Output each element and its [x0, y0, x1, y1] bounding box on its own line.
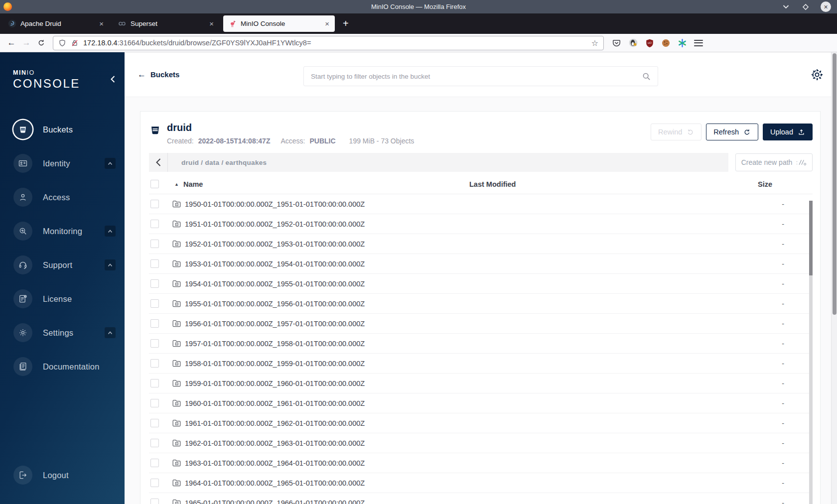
table-row[interactable]: 1964-01-01T00:00:00.000Z_1965-01-01T00:0…	[149, 473, 813, 493]
row-checkbox[interactable]	[150, 279, 159, 288]
row-checkbox[interactable]	[150, 419, 159, 427]
object-name[interactable]: 1951-01-01T00:00:00.000Z_1952-01-01T00:0…	[185, 220, 365, 228]
cookie-icon[interactable]	[661, 38, 671, 48]
column-header-last-modified[interactable]: Last Modified	[469, 180, 516, 188]
row-checkbox[interactable]	[150, 339, 159, 348]
pocket-icon[interactable]	[612, 38, 621, 48]
forward-button[interactable]: →	[19, 36, 34, 50]
object-name[interactable]: 1964-01-01T00:00:00.000Z_1965-01-01T00:0…	[185, 479, 365, 487]
table-row[interactable]: 1961-01-01T00:00:00.000Z_1962-01-01T00:0…	[149, 413, 813, 433]
lock-insecure-icon[interactable]	[71, 39, 79, 47]
object-name[interactable]: 1955-01-01T00:00:00.000Z_1956-01-01T00:0…	[185, 300, 365, 308]
row-checkbox[interactable]	[150, 459, 159, 467]
chevron-up-icon[interactable]	[105, 226, 116, 237]
window-minimize-chevron-icon[interactable]	[781, 2, 791, 12]
table-row[interactable]: 1954-01-01T00:00:00.000Z_1955-01-01T00:0…	[149, 274, 813, 294]
tab-close-icon[interactable]: ×	[98, 19, 105, 28]
sidebar-item-monitoring[interactable]: Monitoring	[0, 214, 125, 248]
row-checkbox[interactable]	[150, 220, 159, 228]
menu-hamburger-icon[interactable]	[694, 40, 703, 46]
sidebar-collapse-icon[interactable]	[110, 75, 116, 85]
url-text[interactable]: 172.18.0.4:31664/buckets/druid/browse/ZG…	[83, 39, 587, 47]
table-row[interactable]: 1965-01-01T00:00:00.000Z_1966-01-01T00:0…	[149, 493, 813, 504]
object-name[interactable]: 1959-01-01T00:00:00.000Z_1960-01-01T00:0…	[185, 379, 365, 387]
table-scrollbar[interactable]	[809, 201, 813, 504]
select-all-checkbox[interactable]	[150, 180, 159, 188]
search-input[interactable]	[304, 73, 642, 80]
page-scrollbar[interactable]	[831, 52, 837, 504]
sidebar-item-buckets[interactable]: Buckets	[0, 113, 125, 146]
object-name[interactable]: 1956-01-01T00:00:00.000Z_1957-01-01T00:0…	[185, 320, 365, 328]
object-name[interactable]: 1958-01-01T00:00:00.000Z_1959-01-01T00:0…	[185, 360, 365, 368]
rewind-button[interactable]: Rewind	[651, 124, 701, 140]
table-row[interactable]: 1958-01-01T00:00:00.000Z_1959-01-01T00:0…	[149, 354, 813, 374]
browser-tab[interactable]: Superset ×	[113, 15, 219, 32]
row-checkbox[interactable]	[150, 319, 159, 328]
object-name[interactable]: 1960-01-01T00:00:00.000Z_1961-01-01T00:0…	[185, 399, 365, 407]
table-row[interactable]: 1957-01-01T00:00:00.000Z_1958-01-01T00:0…	[149, 334, 813, 354]
upload-button[interactable]: Upload	[763, 124, 813, 140]
sidebar-item-license[interactable]: License	[0, 282, 125, 316]
column-header-size[interactable]: Size	[758, 180, 772, 188]
bookmark-star-icon[interactable]: ☆	[591, 38, 598, 48]
tab-close-icon[interactable]: ×	[208, 19, 215, 28]
object-name[interactable]: 1962-01-01T00:00:00.000Z_1963-01-01T00:0…	[185, 439, 365, 447]
create-new-path-button[interactable]: Create new path :	[735, 153, 813, 171]
object-name[interactable]: 1965-01-01T00:00:00.000Z_1966-01-01T00:0…	[185, 499, 365, 504]
object-name[interactable]: 1953-01-01T00:00:00.000Z_1954-01-01T00:0…	[185, 260, 365, 268]
row-checkbox[interactable]	[150, 259, 159, 268]
browser-tab[interactable]: MinIO Console ×	[223, 15, 335, 32]
row-checkbox[interactable]	[150, 479, 159, 487]
object-name[interactable]: 1954-01-01T00:00:00.000Z_1955-01-01T00:0…	[185, 280, 365, 288]
column-header-name[interactable]: Name	[183, 180, 203, 188]
tab-close-icon[interactable]: ×	[324, 19, 330, 28]
row-checkbox[interactable]	[150, 359, 159, 368]
url-bar[interactable]: 172.18.0.4:31664/buckets/druid/browse/ZG…	[53, 36, 604, 50]
sidebar-item-support[interactable]: Support	[0, 248, 125, 282]
chevron-up-icon[interactable]	[105, 327, 116, 338]
table-row[interactable]: 1955-01-01T00:00:00.000Z_1956-01-01T00:0…	[149, 294, 813, 314]
asterisk-extension-icon[interactable]	[678, 38, 687, 48]
row-checkbox[interactable]	[150, 299, 159, 308]
new-tab-button[interactable]: +	[337, 18, 355, 29]
table-row[interactable]: 1953-01-01T00:00:00.000Z_1954-01-01T00:0…	[149, 254, 813, 274]
sort-ascending-icon[interactable]: ▲	[174, 182, 179, 187]
sidebar-item-documentation[interactable]: Documentation	[0, 350, 125, 383]
table-row[interactable]: 1963-01-01T00:00:00.000Z_1964-01-01T00:0…	[149, 453, 813, 473]
shield-icon[interactable]	[58, 39, 66, 47]
extension-badge-icon[interactable]	[628, 38, 638, 48]
row-checkbox[interactable]	[150, 499, 159, 504]
table-row[interactable]: 1951-01-01T00:00:00.000Z_1952-01-01T00:0…	[149, 214, 813, 234]
table-scrollbar-thumb[interactable]	[809, 201, 813, 275]
table-row[interactable]: 1952-01-01T00:00:00.000Z_1953-01-01T00:0…	[149, 234, 813, 254]
chevron-up-icon[interactable]	[105, 259, 116, 270]
console-settings-gear-icon[interactable]	[810, 68, 824, 82]
object-name[interactable]: 1961-01-01T00:00:00.000Z_1962-01-01T00:0…	[185, 419, 365, 427]
back-button[interactable]: ←	[4, 36, 19, 50]
table-row[interactable]: 1956-01-01T00:00:00.000Z_1957-01-01T00:0…	[149, 314, 813, 334]
browser-tab[interactable]: Apache Druid ×	[3, 15, 109, 32]
refresh-button[interactable]: Refresh	[706, 124, 758, 140]
reload-button[interactable]	[34, 36, 49, 50]
window-maximize-icon[interactable]	[801, 2, 811, 12]
object-name[interactable]: 1952-01-01T00:00:00.000Z_1953-01-01T00:0…	[185, 240, 365, 248]
sidebar-item-settings[interactable]: Settings	[0, 316, 125, 350]
table-row[interactable]: 1950-01-01T00:00:00.000Z_1951-01-01T00:0…	[149, 194, 813, 214]
sidebar-item-logout[interactable]: Logout	[0, 458, 125, 492]
chevron-up-icon[interactable]	[105, 158, 116, 169]
ublock-icon[interactable]: uO	[645, 38, 654, 48]
path-back-chevron-icon[interactable]	[149, 153, 168, 172]
row-checkbox[interactable]	[150, 240, 159, 248]
sidebar-item-identity[interactable]: Identity	[0, 146, 125, 180]
sidebar-item-access[interactable]: Access	[0, 180, 125, 214]
object-name[interactable]: 1963-01-01T00:00:00.000Z_1964-01-01T00:0…	[185, 459, 365, 467]
table-row[interactable]: 1959-01-01T00:00:00.000Z_1960-01-01T00:0…	[149, 374, 813, 393]
table-row[interactable]: 1960-01-01T00:00:00.000Z_1961-01-01T00:0…	[149, 393, 813, 413]
table-row[interactable]: 1962-01-01T00:00:00.000Z_1963-01-01T00:0…	[149, 433, 813, 453]
row-checkbox[interactable]	[150, 399, 159, 407]
row-checkbox[interactable]	[150, 439, 159, 447]
page-scrollbar-thumb[interactable]	[833, 53, 837, 315]
back-to-buckets-link[interactable]: ← Buckets	[138, 70, 179, 80]
window-close-icon[interactable]: ×	[821, 1, 831, 12]
object-name[interactable]: 1950-01-01T00:00:00.000Z_1951-01-01T00:0…	[185, 200, 365, 208]
